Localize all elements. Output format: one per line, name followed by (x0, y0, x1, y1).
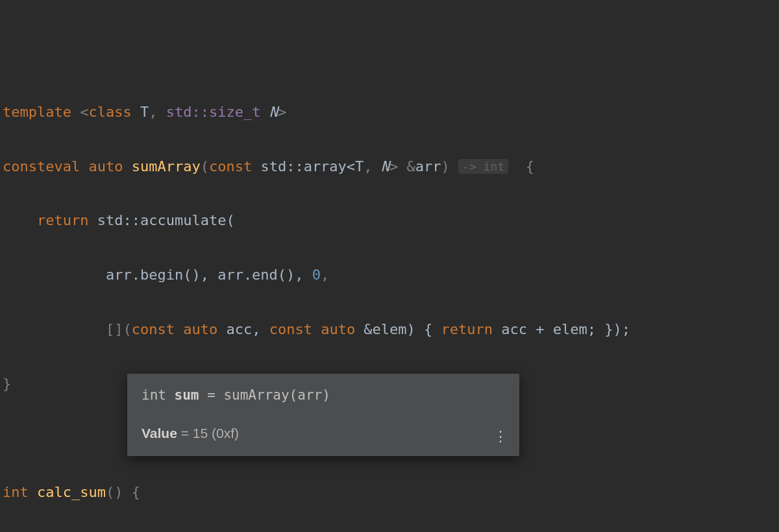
code-line[interactable]: consteval auto sumArray(const std::array… (0, 153, 779, 180)
code-line[interactable]: [](const auto acc, const auto &elem) { r… (0, 316, 779, 343)
more-actions-icon[interactable]: ⋮ (493, 426, 508, 447)
keyword-template: template (3, 104, 71, 120)
code-line[interactable]: template <class T, std::size_t N> (0, 99, 779, 126)
code-line[interactable]: return std::accumulate( (0, 207, 779, 234)
inlay-return-type-hint: -> int (458, 159, 508, 174)
tooltip-value-label: Value (142, 426, 177, 441)
function-sumArray: sumArray (132, 158, 201, 175)
code-editor[interactable]: template <class T, std::size_t N> conste… (0, 71, 779, 532)
tooltip-declaration: int sum = sumArray(arr) (142, 385, 505, 406)
tooltip-value: 15 (0xf) (193, 426, 239, 441)
function-calc_sum: calc_sum (37, 484, 106, 500)
quick-documentation-popup[interactable]: int sum = sumArray(arr) Value = 15 (0xf)… (127, 374, 519, 456)
tooltip-value-row: Value = 15 (0xf) (142, 423, 505, 444)
code-line[interactable]: int calc_sum() { (0, 479, 779, 506)
code-line[interactable]: arr.begin(), arr.end(), 0, (0, 261, 779, 289)
